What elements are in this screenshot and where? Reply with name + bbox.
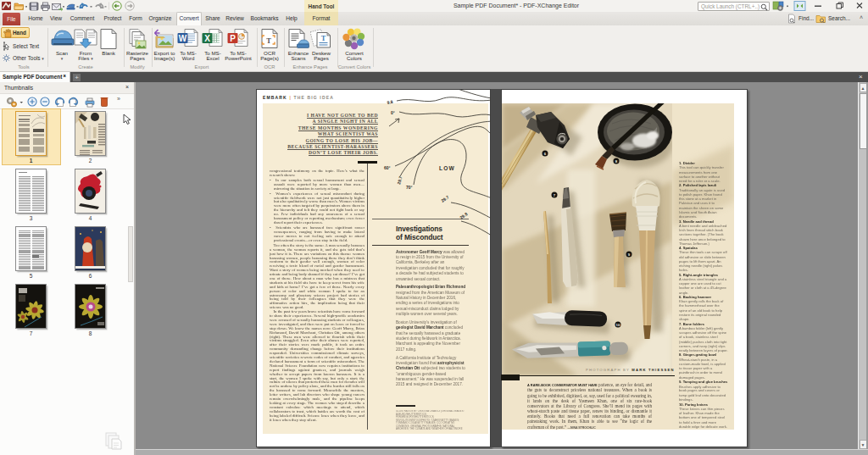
svg-text:T: T <box>321 34 326 42</box>
svg-text:T: T <box>266 36 271 45</box>
svg-text:0°: 0° <box>391 110 395 115</box>
svg-text:W: W <box>179 34 187 43</box>
svg-text:X: X <box>204 34 210 43</box>
svg-text:9.8: 9.8 <box>387 99 393 105</box>
svg-text:29.7: 29.7 <box>440 194 450 203</box>
svg-text:P: P <box>230 34 236 43</box>
svg-text:29.8: 29.8 <box>459 211 469 220</box>
svg-text:LOW: LOW <box>439 165 455 171</box>
svg-text:70°: 70° <box>406 185 413 190</box>
svg-text:60°: 60° <box>384 165 391 170</box>
svg-text:10: 10 <box>616 323 620 327</box>
svg-text:29.7: 29.7 <box>396 175 403 185</box>
